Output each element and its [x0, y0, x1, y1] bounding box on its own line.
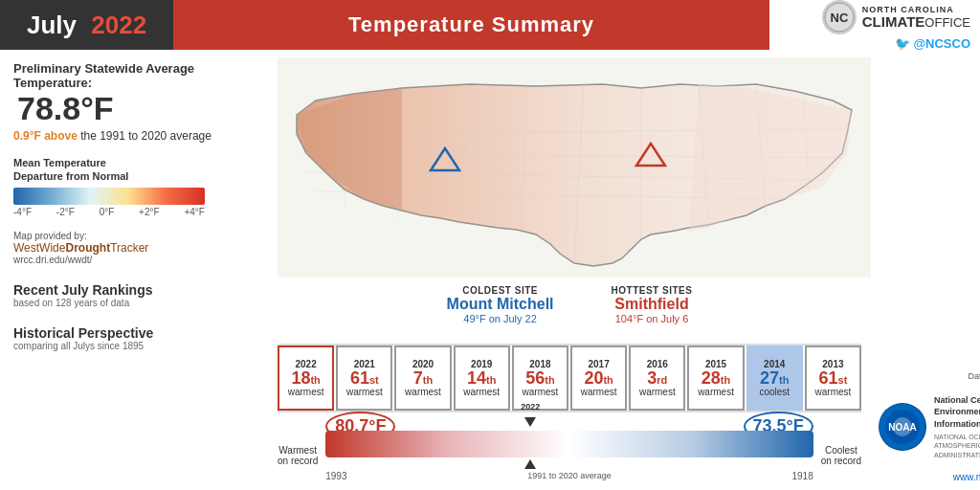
- map-credit-text: Map provided by:: [13, 231, 255, 241]
- coldest-name: Mount Mitchell: [447, 296, 554, 313]
- rank-word-2020: warmest: [405, 387, 441, 397]
- ncei-url[interactable]: www.ncei.noaa.gov: [953, 472, 980, 482]
- svg-text:NOAA: NOAA: [888, 422, 916, 433]
- summary-title: Temperature Summary: [348, 12, 594, 37]
- rank-cell-2022: 202218thwarmest: [278, 345, 334, 410]
- rank-word-2021: warmest: [346, 387, 383, 397]
- noaa-full: NATIONAL OCEANIC ANDATMOSPHERIC ADMINIST…: [934, 433, 980, 460]
- twitter-handle[interactable]: 🐦 @NCSCO: [895, 36, 970, 51]
- nc-logo-text: NORTH CAROLINA CLIMATEOFFICE: [862, 5, 970, 30]
- rank-cell-2016: 20163rdwarmest: [629, 345, 685, 410]
- statewide-temp-value: 78.8°F: [17, 90, 114, 127]
- hist-year-labels: 1993 1991 to 2020 average 1918: [325, 471, 813, 481]
- legend-title: Mean TemperatureDeparture from Normal: [13, 156, 255, 184]
- warmest-year: 1993: [325, 471, 346, 481]
- year-label: 2022: [91, 11, 146, 40]
- rank-number-2020: 7th: [413, 369, 433, 387]
- rank-cell-2019: 201914thwarmest: [454, 345, 510, 410]
- title-block: July 2022: [0, 0, 173, 50]
- logo-block: NC NORTH CAROLINA CLIMATEOFFICE 🐦 @NCSCO: [769, 0, 980, 50]
- rank-number-2013: 61st: [819, 369, 848, 387]
- rank-number-2021: 61st: [350, 369, 379, 387]
- office-word: OFFICE: [924, 15, 970, 30]
- statewide-label: Preliminary Statewide Average Temperatur…: [13, 61, 255, 90]
- ncei-info: National Centers forEnvironmental Inform…: [934, 394, 980, 460]
- rankings-subtitle: based on 128 years of data: [13, 298, 255, 308]
- period-text: the 1991 to 2020 average: [80, 129, 212, 143]
- rank-word-2014: coolest: [759, 387, 790, 397]
- above-value: 0.9°F above: [13, 129, 78, 143]
- main-content: Preliminary Statewide Average Temperatur…: [0, 50, 980, 490]
- rank-cell-2020: 20207thwarmest: [394, 345, 451, 410]
- right-panel: Data provided by: NOAA National Centers …: [871, 50, 980, 490]
- rank-number-2018: 56th: [525, 369, 554, 387]
- avg-marker: [524, 459, 536, 469]
- rank-number-2017: 20th: [584, 369, 612, 387]
- nc-map-svg: [278, 57, 871, 278]
- nc-circle: NC: [822, 0, 857, 34]
- header: July 2022 Temperature Summary NC NORTH C…: [0, 0, 980, 50]
- hottest-name: Smithfield: [612, 296, 693, 313]
- legend-label-3: 0°F: [100, 207, 115, 217]
- hottest-site: HOTTEST SITES Smithfield 104°F on July 6: [612, 285, 693, 324]
- data-credit-text: Data provided by:: [968, 370, 980, 383]
- year-2022-marker: 2022: [521, 396, 540, 431]
- legend-label-4: +2°F: [139, 207, 160, 217]
- hottest-detail: 104°F on July 6: [612, 313, 693, 324]
- hist-bar-track: [325, 431, 813, 457]
- rank-number-2014: 27th: [760, 369, 789, 387]
- rank-word-2019: warmest: [463, 387, 500, 397]
- coolest-label: Cooleston record: [821, 445, 861, 466]
- rank-cell-2021: 202161stwarmest: [336, 345, 392, 410]
- nc-climate-logo: NC NORTH CAROLINA CLIMATEOFFICE: [822, 0, 970, 34]
- legend-labels: -4°F -2°F 0°F +2°F +4°F: [13, 207, 205, 217]
- rank-word-2015: warmest: [698, 387, 734, 397]
- data-credit: Data provided by:: [968, 370, 980, 383]
- historical-section-label: Historical Perspective comparing all Jul…: [13, 325, 255, 351]
- noaa-block: NOAA National Centers forEnvironmental I…: [879, 394, 980, 460]
- statewide-temp-block: Preliminary Statewide Average Temperatur…: [13, 61, 255, 143]
- rankings-title: Recent July Rankings: [13, 282, 255, 298]
- coldest-site: COLDEST SITE Mount Mitchell 49°F on July…: [447, 285, 554, 324]
- hottest-label: HOTTEST SITES: [612, 285, 693, 296]
- historical-subtitle: comparing all Julys since 1895: [13, 341, 255, 351]
- sites-row: COLDEST SITE Mount Mitchell 49°F on July…: [268, 278, 871, 344]
- rankings-bar: 202218thwarmest202161stwarmest20207thwar…: [268, 345, 871, 410]
- rank-word-2022: warmest: [288, 387, 324, 397]
- rank-cell-2015: 201528thwarmest: [687, 345, 744, 410]
- historical-bar: Warmeston record 80.7°F 73.5°F 2022: [268, 412, 871, 490]
- wwdt-link[interactable]: WestWideDroughtTracker: [13, 241, 255, 255]
- rank-cell-2014: 201427thcoolest: [746, 345, 803, 410]
- svg-text:NC: NC: [830, 11, 848, 25]
- legend-label-5: +4°F: [184, 207, 205, 217]
- center-content: COLDEST SITE Mount Mitchell 49°F on July…: [268, 50, 871, 490]
- month-label: July: [27, 11, 77, 40]
- coldest-label: COLDEST SITE: [447, 285, 554, 296]
- left-panel: Preliminary Statewide Average Temperatur…: [0, 50, 268, 490]
- rank-word-2017: warmest: [581, 387, 617, 397]
- coldest-detail: 49°F on July 22: [447, 313, 554, 324]
- rank-cell-2017: 201720thwarmest: [570, 345, 627, 410]
- legend-label-1: -4°F: [13, 207, 32, 217]
- down-arrow: [524, 417, 536, 427]
- ncei-org: National Centers forEnvironmental Inform…: [934, 394, 980, 431]
- rank-word-2013: warmest: [815, 387, 852, 397]
- rank-number-2022: 18th: [291, 369, 320, 387]
- legend-gradient: [13, 188, 205, 205]
- rank-number-2019: 14th: [467, 369, 496, 387]
- legend-block: Mean TemperatureDeparture from Normal -4…: [13, 156, 255, 217]
- coolest-year: 1918: [791, 471, 813, 481]
- map-credit: Map provided by: WestWideDroughtTracker …: [13, 231, 255, 265]
- avg-label: 1991 to 2020 average: [527, 471, 612, 481]
- noaa-logo: NOAA: [879, 403, 926, 451]
- climate-word: CLIMATE: [862, 13, 925, 30]
- warmest-label: Warmeston record: [278, 445, 318, 466]
- rank-word-2016: warmest: [639, 387, 676, 397]
- map-area: [268, 50, 871, 278]
- rank-number-2016: 3rd: [647, 369, 667, 387]
- wwdt-url: wrcc.dri.edu/wwdt/: [13, 255, 255, 265]
- summary-title-block: Temperature Summary: [173, 0, 769, 50]
- historical-title: Historical Perspective: [13, 325, 255, 341]
- rank-number-2015: 28th: [702, 369, 730, 387]
- rank-cell-2013: 201361stwarmest: [805, 345, 861, 410]
